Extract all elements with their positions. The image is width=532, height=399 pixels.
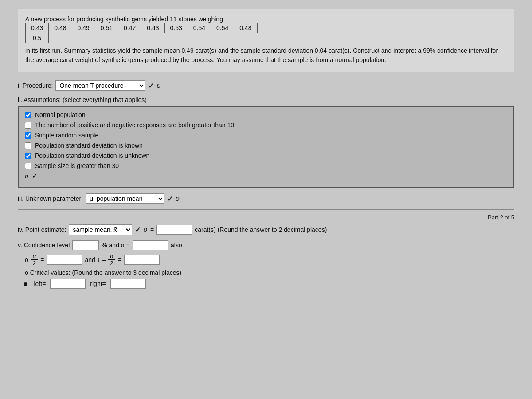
assumptions-check-row: σ✓ xyxy=(25,172,507,180)
one-minus-numerator: α xyxy=(108,253,115,260)
unknown-param-row: iii. Unknown parameter: μ, population me… xyxy=(18,193,514,204)
checkbox-row: The number of positive and negative resp… xyxy=(25,121,507,129)
point-estimate-input[interactable] xyxy=(156,225,192,235)
confidence-label: v. Confidence level xyxy=(18,242,70,249)
equals-sign: = xyxy=(150,226,154,233)
assumption-label-cb4: Population standard deviation is known xyxy=(35,142,143,149)
unknown-param-check: ✓ xyxy=(167,195,173,203)
table-cell-extra: 0.5 xyxy=(26,33,49,43)
right-label: right= xyxy=(90,280,106,287)
confidence-section: v. Confidence level % and α = also o α 2… xyxy=(18,240,514,289)
alpha-half-input[interactable] xyxy=(47,255,82,265)
part-label: Part 2 of 5 xyxy=(18,214,514,221)
checkbox-row: Population standard deviation is known xyxy=(25,142,507,149)
circle-bullet: o xyxy=(25,256,28,263)
table-cell: 0.43 xyxy=(141,23,164,33)
alpha-over-2-fraction: α 2 xyxy=(31,253,38,266)
assumption-label-cb6: Sample size is greater than 30 xyxy=(35,162,119,169)
assumptions-label: ii. Assumptions: (select everything that… xyxy=(18,96,514,103)
assumption-checkbox-cb4[interactable] xyxy=(25,142,31,149)
assumption-checkbox-cb6[interactable] xyxy=(25,163,31,169)
assumption-checkbox-cb5[interactable] xyxy=(25,153,31,159)
problem-text: A new process for producing synthetic ge… xyxy=(18,9,514,72)
critical-values-row: ■ left= right= xyxy=(24,279,514,289)
table-cell: 0.48 xyxy=(234,23,257,33)
assumption-label-cb3: Simple random sample xyxy=(35,132,98,139)
table-cell: 0.48 xyxy=(49,23,72,33)
assumption-label-cb1: Normal population xyxy=(35,111,86,118)
confidence-row: v. Confidence level % and α = also xyxy=(18,240,514,250)
assumption-label-cb5: Population standard deviation is unknown xyxy=(35,152,149,159)
point-estimate-label: iv. Point estimate: xyxy=(18,226,66,233)
problem-intro: A new process for producing synthetic ge… xyxy=(25,16,507,23)
checkbox-row: Simple random sample xyxy=(25,132,507,139)
alpha-numerator: α xyxy=(31,253,38,260)
divider xyxy=(18,209,514,210)
procedure-section: i. Procedure: One mean T procedureOne me… xyxy=(18,80,514,91)
assumptions-section: ii. Assumptions: (select everything that… xyxy=(18,96,514,188)
procedure-label: i. Procedure: xyxy=(18,82,53,89)
point-estimate-check: ✓ xyxy=(135,226,141,234)
alpha-denominator: 2 xyxy=(31,260,38,266)
unknown-param-sigma: σ xyxy=(176,195,180,203)
table-row-2: 0.5 xyxy=(26,33,258,43)
unknown-param-section: iii. Unknown parameter: μ, population me… xyxy=(18,193,514,204)
problem-container: A new process for producing synthetic ge… xyxy=(18,9,514,289)
checkbox-row: Normal population xyxy=(25,111,507,118)
unknown-param-label: iii. Unknown parameter: xyxy=(18,195,83,202)
left-label: left= xyxy=(34,280,46,287)
assumption-label-cb2: The number of positive and negative resp… xyxy=(35,121,234,129)
critical-values-label: o Critical values: (Round the answer to … xyxy=(25,269,181,276)
procedure-dropdown[interactable]: One mean T procedureOne mean Z procedure… xyxy=(55,80,145,91)
point-estimate-sigma: σ xyxy=(143,226,148,234)
table-cell: 0.54 xyxy=(188,23,211,33)
and1-label: and 1 – xyxy=(85,256,106,263)
table-cell: 0.54 xyxy=(211,23,234,33)
fraction-row: o α 2 = and 1 – α 2 = xyxy=(25,253,514,266)
point-estimate-row: iv. Point estimate: sample mean, x̄sampl… xyxy=(18,224,514,235)
procedure-sigma: σ xyxy=(156,82,161,90)
point-estimate-section: iv. Point estimate: sample mean, x̄sampl… xyxy=(18,224,514,235)
table-cell: 0.43 xyxy=(26,23,49,33)
table-cell: 0.49 xyxy=(72,23,95,33)
confidence-percent-input[interactable] xyxy=(72,240,99,250)
percent-sign: % and α = xyxy=(102,242,130,249)
one-minus-denominator: 2 xyxy=(108,260,115,266)
bullet-point: ■ xyxy=(24,280,27,287)
one-minus-fraction: α 2 xyxy=(108,253,115,266)
assumption-checkbox-cb2[interactable] xyxy=(25,122,31,129)
one-minus-input[interactable] xyxy=(124,255,160,265)
point-estimate-suffix: carat(s) (Round the answer to 2 decimal … xyxy=(195,226,327,233)
table-cell: 0.47 xyxy=(118,23,141,33)
checkbox-row: Sample size is greater than 30 xyxy=(25,162,507,169)
one-minus-equals: = xyxy=(118,256,121,263)
critical-values-label-row: o Critical values: (Round the answer to … xyxy=(25,269,514,276)
assumptions-sigma: σ xyxy=(25,172,28,180)
left-critical-input[interactable] xyxy=(50,279,86,289)
procedure-row: i. Procedure: One mean T procedureOne me… xyxy=(18,80,514,91)
right-critical-input[interactable] xyxy=(110,279,146,289)
table-cell: 0.51 xyxy=(95,23,118,33)
checkbox-row: Population standard deviation is unknown xyxy=(25,152,507,159)
problem-description: in its first run. Summary statistics yie… xyxy=(25,46,507,65)
alpha-input[interactable] xyxy=(133,240,168,250)
unknown-param-dropdown[interactable]: μ, population meanσ, population std devp… xyxy=(86,193,164,204)
assumption-checkbox-cb1[interactable] xyxy=(25,112,31,118)
also-label: also xyxy=(171,242,182,249)
table-row-1: 0.430.480.490.510.470.430.530.540.540.48 xyxy=(26,23,258,33)
table-cell: 0.53 xyxy=(164,23,188,33)
data-table: 0.430.480.490.510.470.430.530.540.540.48… xyxy=(25,23,258,43)
fraction-equals: = xyxy=(40,256,44,263)
procedure-check: ✓ xyxy=(148,82,154,90)
assumptions-box: Normal populationThe number of positive … xyxy=(18,106,514,188)
point-estimate-dropdown[interactable]: sample mean, x̄sample proportion xyxy=(69,224,132,235)
assumptions-check: ✓ xyxy=(32,172,37,180)
assumption-checkbox-cb3[interactable] xyxy=(25,132,31,139)
